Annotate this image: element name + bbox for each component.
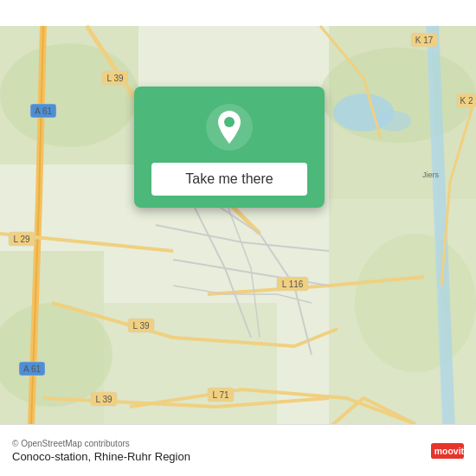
svg-text:L 71: L 71 (212, 390, 229, 400)
svg-text:L 116: L 116 (282, 280, 304, 289)
location-card: Take me there (134, 87, 325, 208)
osm-attribution: © OpenStreetMap contributors (12, 439, 190, 448)
location-pin-icon (206, 104, 253, 151)
bottom-bar: © OpenStreetMap contributors Conoco-stat… (0, 424, 476, 476)
svg-text:L 29: L 29 (13, 235, 30, 244)
svg-text:A 61: A 61 (23, 364, 41, 374)
map-background: L 39 L 39 L 39 L 29 L 116 L 71 L 71 A 61… (0, 0, 476, 476)
svg-text:moovit: moovit (434, 446, 464, 455)
svg-text:L 39: L 39 (106, 74, 124, 83)
svg-text:L 39: L 39 (95, 395, 113, 404)
moovit-logo-mark: moovit (431, 434, 464, 467)
take-me-there-button[interactable]: Take me there (151, 163, 307, 196)
svg-text:Jiers: Jiers (422, 170, 440, 179)
svg-point-11 (376, 111, 411, 132)
svg-point-6 (0, 43, 138, 147)
map-container: L 39 L 39 L 39 L 29 L 116 L 71 L 71 A 61… (0, 0, 476, 476)
moovit-logo: moovit (431, 434, 464, 467)
svg-text:K 17: K 17 (415, 35, 434, 45)
svg-text:K 2: K 2 (460, 96, 473, 106)
svg-text:A 61: A 61 (35, 106, 52, 116)
svg-text:L 39: L 39 (132, 321, 150, 331)
location-name: Conoco-station, Rhine-Ruhr Region (12, 450, 190, 463)
svg-point-8 (355, 234, 476, 372)
bottom-left-info: © OpenStreetMap contributors Conoco-stat… (12, 439, 190, 463)
svg-point-37 (224, 117, 235, 127)
